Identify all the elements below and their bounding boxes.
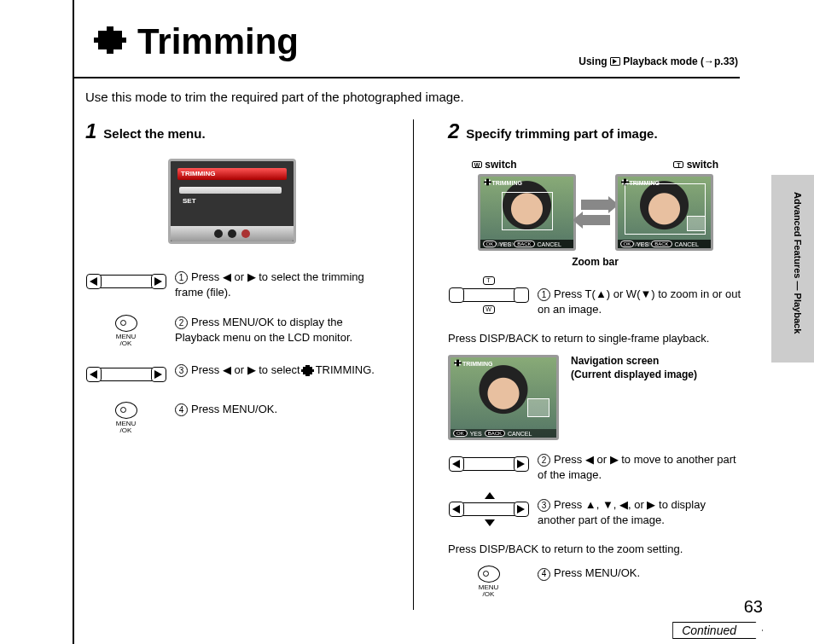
photo-navscreen: TRIMMING OKYES BACKCANCEL bbox=[448, 355, 559, 440]
bullet-4: 4 bbox=[175, 403, 188, 416]
navigation-screen-label: Navigation screen (Current displayed ima… bbox=[571, 355, 697, 381]
disp-back-note-1: Press DISP/BACK to return to single-fram… bbox=[448, 332, 742, 345]
instruction-2-3: 3Press ▲, ▼, ◀, or ▶ to display another … bbox=[448, 497, 742, 527]
bullet-3: 3 bbox=[175, 364, 188, 377]
side-tab-label: Advanced Features — Playback bbox=[793, 192, 803, 334]
w-icon: W bbox=[472, 161, 482, 168]
trimming-icon bbox=[91, 24, 129, 60]
instruction-2-4: MENU /OK 4Press MENU/OK. bbox=[448, 566, 742, 598]
step-1-heading: 1 Select the menu. bbox=[85, 119, 379, 143]
continued-badge: Continued bbox=[672, 622, 763, 639]
side-tab: Advanced Features — Playback bbox=[771, 175, 814, 363]
disp-back-note-2: Press DISP/BACK to return to the zoom se… bbox=[448, 542, 742, 555]
navpad-lr-icon bbox=[88, 363, 165, 386]
instruction-1-3: 3Press ◀ or ▶ to select TRIMMING. bbox=[85, 363, 379, 386]
zoom-pad-icon: TW bbox=[451, 276, 527, 314]
page-title: Trimming bbox=[137, 21, 299, 62]
lcd-highlight-bar bbox=[179, 187, 282, 194]
navpad-lr-icon bbox=[88, 270, 165, 293]
lcd-footer bbox=[171, 226, 294, 241]
switch-labels: W W switchswitch T switch bbox=[448, 159, 742, 174]
instruction-2-1: TW 1Press T(▲) or W(▼) to zoom in or out… bbox=[448, 276, 742, 316]
photo-tele: TRIMMING ◀▶PANNING OKYES BACKCANCEL bbox=[615, 174, 713, 251]
menu-ok-icon: MENU /OK bbox=[469, 566, 509, 598]
navpad-4way-icon bbox=[451, 497, 527, 521]
step-2-heading: 2 Specify trimming part of image. bbox=[448, 119, 742, 143]
arrow-right-icon bbox=[581, 200, 610, 210]
subtitle: Use this mode to trim the required part … bbox=[85, 90, 464, 104]
bullet-1: 1 bbox=[175, 271, 188, 284]
navigation-screen-row: TRIMMING OKYES BACKCANCEL Navigation scr… bbox=[448, 355, 742, 440]
using-playback-mode: Using Playback mode (→p.33) bbox=[579, 55, 738, 67]
svg-rect-2 bbox=[107, 26, 113, 54]
header-separator bbox=[74, 77, 740, 78]
page-number: 63 bbox=[744, 597, 763, 617]
instruction-1-4: MENU /OK 4Press MENU/OK. bbox=[85, 402, 379, 434]
zoom-bar-label: Zoom bar bbox=[448, 256, 742, 268]
instruction-2-2: 2Press ◀ or ▶ to move to another part of… bbox=[448, 452, 742, 482]
step-2-column: 2 Specify trimming part of image. W W sw… bbox=[414, 119, 742, 610]
bullet-2: 2 bbox=[538, 454, 550, 467]
t-icon: T bbox=[673, 161, 683, 168]
lcd-banner: TRIMMING bbox=[177, 168, 287, 180]
lcd-set-label: SET bbox=[183, 197, 196, 205]
playback-icon bbox=[610, 57, 620, 66]
instruction-1-2: MENU /OK 2Press MENU/OK to display the P… bbox=[85, 315, 379, 347]
photo-wide: TRIMMING ◀▶PANNING OKYES BACKCANCEL bbox=[478, 174, 576, 251]
bullet-3: 3 bbox=[538, 499, 550, 512]
lcd-screen-menu: TRIMMING SET bbox=[168, 159, 296, 244]
title-row: Trimming bbox=[91, 21, 299, 62]
navpad-lr-icon bbox=[451, 452, 527, 476]
menu-ok-icon: MENU /OK bbox=[107, 402, 146, 434]
page: Trimming Using Playback mode (→p.33) Use… bbox=[73, 0, 798, 644]
bullet-2: 2 bbox=[175, 316, 188, 329]
instruction-1-1: 1Press ◀ or ▶ to select the trimming fra… bbox=[85, 270, 379, 299]
bullet-1: 1 bbox=[538, 288, 550, 301]
trimming-glyph-icon bbox=[303, 367, 312, 374]
step-1-column: 1 Select the menu. TRIMMING SET 1Press ◀… bbox=[85, 119, 414, 610]
arrow-left-icon bbox=[581, 215, 610, 225]
bullet-4: 4 bbox=[538, 568, 550, 581]
menu-ok-icon: MENU /OK bbox=[107, 315, 146, 347]
zoom-comparison: TRIMMING ◀▶PANNING OKYES BACKCANCEL bbox=[448, 174, 742, 251]
zoom-arrows bbox=[581, 200, 610, 225]
